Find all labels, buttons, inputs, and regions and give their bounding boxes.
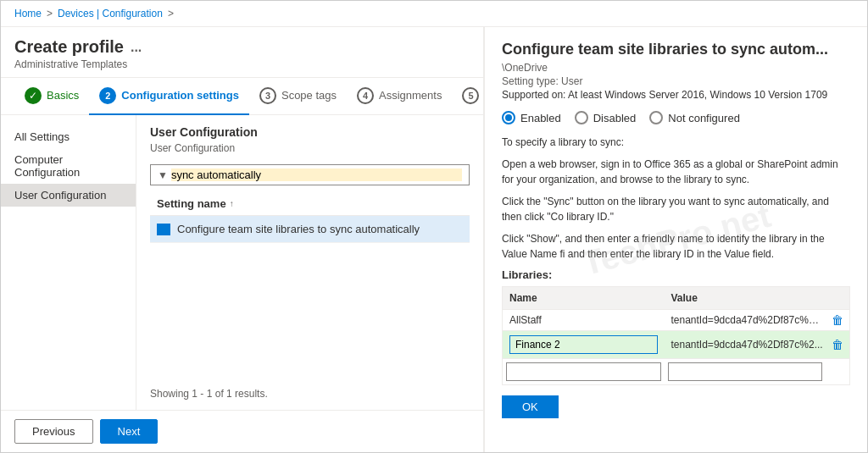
nav-userconfig[interactable]: User Configuration	[1, 184, 136, 207]
lib-row-allstaff: AllStaff tenantId=9dcda47d%2Df87c%2D... …	[503, 309, 849, 330]
tab-scopetags-circle: 3	[259, 87, 276, 104]
ok-button[interactable]: OK	[502, 395, 559, 418]
radio-enabled[interactable]: Enabled	[502, 111, 561, 124]
bottom-buttons: Previous Next	[1, 410, 483, 452]
settings-section-title: User Configuration	[150, 125, 470, 139]
right-panel-path: \OneDrive	[502, 62, 850, 74]
radio-notconfigured[interactable]: Not configured	[649, 111, 740, 124]
wizard-tabs: ✓ Basics 2 Configuration settings 3 Scop…	[1, 78, 483, 115]
lib-row-finance2: tenantId=9dcda47d%2Df87c%2... ✓ 🗑	[503, 330, 849, 358]
filter-icon: ▼	[158, 169, 168, 181]
tab-assignments-label: Assignments	[379, 89, 442, 102]
desc2: Open a web browser, sign in to Office 36…	[502, 157, 850, 187]
tab-basics-circle: ✓	[25, 87, 42, 104]
tab-scopetags-label: Scope tags	[281, 89, 337, 102]
page-subtitle: Administrative Templates	[14, 58, 470, 70]
right-panel: TechPro.net Configure team site librarie…	[484, 27, 867, 452]
next-button[interactable]: Next	[100, 419, 159, 444]
col-name: Name	[503, 287, 665, 309]
radio-disabled-label: Disabled	[593, 112, 637, 124]
col-value: Value	[665, 287, 826, 309]
tab-assignments[interactable]: 4 Assignments	[347, 78, 452, 115]
nav-computerconfig[interactable]: Computer Configuration	[1, 148, 136, 184]
desc1: To specify a library to sync:	[502, 135, 850, 150]
lib-new-value-input[interactable]	[668, 362, 823, 381]
sort-icon[interactable]: ↑	[230, 199, 234, 208]
lib-new-name-input[interactable]	[506, 362, 661, 381]
breadcrumb-sep2: >	[168, 8, 174, 19]
lib-delete-finance2[interactable]: 🗑	[826, 338, 849, 351]
settings-area: User Configuration User Configuration ▼ …	[136, 115, 483, 410]
breadcrumb: Home > Devices | Configuration >	[1, 1, 867, 27]
radio-group: Enabled Disabled Not configured	[502, 111, 850, 124]
libraries-section: Libraries: Name Value AllStaff tenantId=…	[502, 268, 850, 385]
lib-cell-value-allstaff: tenantId=9dcda47d%2Df87c%2D...	[665, 310, 826, 330]
libraries-title: Libraries:	[502, 268, 850, 281]
settings-breadcrumb: User Configuration	[150, 142, 470, 154]
radio-notconfigured-label: Not configured	[668, 112, 740, 124]
breadcrumb-devices[interactable]: Devices | Configuration	[58, 8, 163, 19]
settings-table: Setting name ↑ Configure team site libra…	[150, 192, 470, 381]
tab-configuration[interactable]: 2 Configuration settings	[89, 78, 249, 115]
tab-configuration-circle: 2	[99, 87, 116, 104]
lib-table-header: Name Value	[503, 287, 849, 309]
tab-basics[interactable]: ✓ Basics	[14, 78, 89, 115]
nav-allsettings[interactable]: All Settings	[1, 125, 136, 148]
lib-delete-allstaff[interactable]: 🗑	[826, 313, 849, 327]
radio-disabled[interactable]: Disabled	[575, 111, 637, 124]
lib-cell-name-finance2[interactable]	[503, 331, 665, 358]
breadcrumb-sep1: >	[47, 8, 53, 19]
tab-configuration-label: Configuration settings	[121, 89, 239, 102]
col-action	[826, 287, 849, 309]
row-label: Configure team site libraries to sync au…	[177, 223, 420, 235]
page-title: Create profile	[14, 37, 124, 57]
lib-cell-name-allstaff: AllStaff	[503, 310, 665, 330]
lib-input-name-finance2[interactable]	[509, 335, 658, 354]
tab-review-circle: 5	[462, 87, 479, 104]
column-setting-name: Setting name	[157, 197, 226, 210]
tab-assignments-circle: 4	[357, 87, 374, 104]
lib-new-row	[503, 358, 849, 384]
right-panel-settingtype: Setting type: User	[502, 75, 850, 87]
create-profile-header: Create profile ... Administrative Templa…	[1, 27, 483, 78]
desc3: Click the "Sync" button on the library y…	[502, 194, 850, 224]
showing-text: Showing 1 - 1 of 1 results.	[150, 388, 470, 400]
lib-cell-value-finance2: tenantId=9dcda47d%2Df87c%2... ✓	[665, 334, 826, 355]
libraries-table: Name Value AllStaff tenantId=9dcda47d%2D…	[502, 286, 850, 385]
ellipsis-menu[interactable]: ...	[131, 40, 142, 55]
left-nav: All Settings Computer Configuration User…	[1, 115, 136, 410]
ok-section: OK	[502, 395, 850, 418]
radio-enabled-circle	[502, 111, 515, 124]
search-input[interactable]	[171, 168, 462, 181]
tab-basics-label: Basics	[47, 89, 79, 102]
doc-icon	[157, 224, 170, 235]
right-panel-title: Configure team site libraries to sync au…	[502, 41, 850, 58]
right-panel-supported: Supported on: At least Windows Server 20…	[502, 89, 850, 101]
delete-icon-finance2[interactable]: 🗑	[832, 338, 843, 351]
desc4: Click "Show", and then enter a friendly …	[502, 231, 850, 262]
breadcrumb-home[interactable]: Home	[14, 8, 42, 19]
radio-notconfigured-circle	[649, 111, 663, 124]
previous-button[interactable]: Previous	[14, 419, 93, 444]
table-row[interactable]: Configure team site libraries to sync au…	[150, 216, 470, 243]
search-bar[interactable]: ▼	[150, 164, 470, 185]
delete-icon-allstaff[interactable]: 🗑	[832, 313, 843, 327]
radio-disabled-circle	[575, 111, 588, 124]
radio-enabled-label: Enabled	[520, 112, 561, 124]
lib-value-text-finance2: tenantId=9dcda47d%2Df87c%2... ✓	[671, 339, 826, 351]
tab-scopetags[interactable]: 3 Scope tags	[249, 78, 347, 115]
table-header: Setting name ↑	[150, 192, 470, 216]
